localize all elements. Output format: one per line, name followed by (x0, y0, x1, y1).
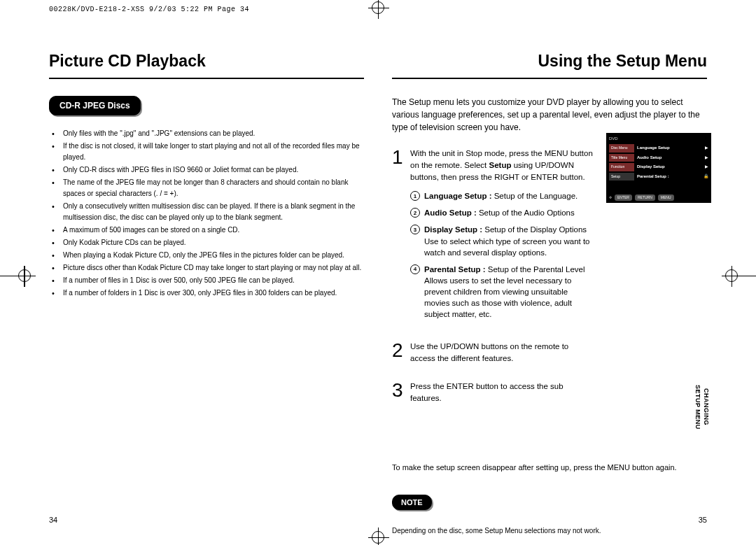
crop-mark-bottom (372, 531, 384, 544)
sub-bold: Display Setup : (424, 225, 482, 234)
osd-btn: MENU (658, 194, 674, 201)
sub-text: Setup of the Audio Options (477, 208, 575, 217)
step-num: 2 (392, 341, 410, 365)
step-num: 3 (392, 381, 410, 405)
note-text: Depending on the disc, some Setup Menu s… (392, 525, 707, 536)
cdr-jpeg-pill: CD-R JPEG Discs (49, 96, 141, 115)
sub-text: Setup of the Language. (491, 192, 578, 200)
osd-btn: RETURN (635, 194, 655, 201)
list-item: A maximum of 500 images can be stored on… (56, 225, 364, 236)
step-body: Press the ENTER button to access the sub… (410, 381, 595, 405)
osd-side: Title Menu (609, 154, 634, 162)
osd-side: Setup (609, 173, 634, 181)
chevron-right-icon: ▶ (705, 155, 708, 161)
sub-bold: Language Setup : (424, 192, 491, 200)
sub-bold: Parental Setup : (424, 265, 486, 274)
list-item: If a number of files in 1 Disc is over 5… (56, 275, 364, 286)
step-3: 3 Press the ENTER button to access the s… (392, 381, 595, 405)
step-2: 2 Use the UP/DOWN buttons on the remote … (392, 341, 595, 365)
step1-bold: Setup (489, 161, 512, 169)
osd-side: Disc Menu (609, 144, 634, 153)
left-title: Picture CD Playback (49, 49, 364, 79)
list-item: Only files with the ".jpg" and ".JPG" ex… (56, 128, 364, 139)
osd-opt: Language Setup (637, 145, 705, 151)
list-item: The name of the JPEG file may not be lon… (56, 177, 364, 199)
setup-intro: The Setup menu lets you customize your D… (392, 96, 707, 134)
circled-3: 3 (410, 225, 420, 234)
vtab-line2: SETUP MENU (694, 385, 701, 430)
closing-text: To make the setup screen disappear after… (392, 462, 707, 474)
list-item: When playing a Kodak Picture CD, only th… (56, 250, 364, 261)
jpeg-notes-list: Only files with the ".jpg" and ".JPG" ex… (49, 128, 364, 299)
osd-opt: Audio Setup (637, 155, 705, 161)
lock-icon: 🔒 (704, 174, 708, 180)
chevron-right-icon: ▶ (705, 145, 708, 151)
dpad-icon: ✥ (609, 195, 612, 201)
list-item: If the disc is not closed, it will take … (56, 141, 364, 163)
right-title: Using the Setup Menu (392, 49, 707, 79)
vtab-line1: CHANGING (703, 388, 710, 425)
chevron-right-icon: ▶ (705, 164, 708, 170)
step-body: Use the UP/DOWN buttons on the remote to… (410, 341, 595, 365)
osd-opt: Display Setup (637, 164, 705, 170)
dvd-label: DVD (609, 136, 708, 142)
section-tab: CHANGING SETUP MENU (694, 385, 710, 430)
crop-mark-left (18, 269, 31, 282)
circled-1: 1 (410, 191, 420, 201)
note-pill: NOTE (392, 495, 432, 511)
list-item: If a number of folders in 1 Disc is over… (56, 288, 364, 299)
crop-mark-right (725, 269, 738, 282)
step-1: 1 With the unit in Stop mode, press the … (392, 148, 595, 326)
circled-4: 4 (410, 264, 420, 274)
circled-2: 2 (410, 208, 420, 218)
osd-btn: ENTER (615, 194, 632, 201)
osd-side: Function (609, 163, 634, 171)
print-header: 00228K/DVD-E218-2-XSS 9/2/03 5:22 PM Pag… (49, 6, 249, 13)
list-item: Picture discs other than Kodak Picture C… (56, 262, 364, 274)
osd-opt: Parental Setup : (637, 174, 704, 180)
step-num: 1 (392, 148, 410, 326)
sub-bold: Audio Setup : (424, 208, 477, 217)
page-num-left: 34 (49, 516, 57, 524)
list-item: Only CD-R discs with JPEG files in ISO 9… (56, 164, 364, 176)
page-num-right: 35 (699, 516, 707, 524)
list-item: Only a consecutively written multisessio… (56, 201, 364, 223)
list-item: Only Kodak Picture CDs can be played. (56, 237, 364, 248)
dvd-osd-mock: DVD Disc MenuLanguage Setup▶ Title MenuA… (606, 133, 711, 203)
crop-mark-top (372, 1, 384, 14)
